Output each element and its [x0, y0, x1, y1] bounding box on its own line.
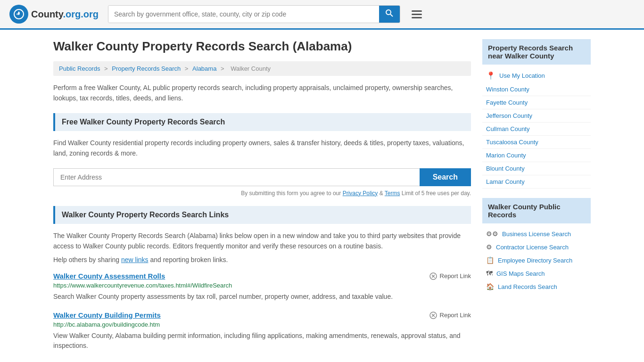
form-note-text: By submitting this form you agree to our — [241, 190, 341, 197]
sidebar-county-cullman[interactable]: Cullman County — [482, 123, 591, 136]
sidebar-land-records-search[interactable]: 🏠 Land Records Search — [482, 280, 591, 293]
sidebar-county-blount[interactable]: Blount County — [482, 162, 591, 175]
breadcrumb-sep-3: > — [221, 65, 226, 72]
sidebar-business-license-search[interactable]: ⚙⚙ Business License Search — [482, 227, 591, 240]
sidebar-contractor-license-search[interactable]: ⚙ Contractor License Search — [482, 240, 591, 254]
breadcrumb-sep-1: > — [104, 65, 109, 72]
page-description: Perform a free Walker County, AL public … — [53, 82, 471, 104]
assessment-rolls-url: https://www.walkercountyrevenue.com/taxe… — [53, 282, 471, 289]
hamburger-menu-button[interactable] — [410, 8, 424, 20]
breadcrumb: Public Records > Property Records Search… — [53, 61, 471, 76]
breadcrumb-walker-county: Walker County — [231, 65, 271, 72]
building-permits-link[interactable]: Walker County Building Permits — [53, 311, 161, 319]
global-search-input[interactable] — [108, 6, 379, 23]
sidebar-county-tuscaloosa[interactable]: Tuscaloosa County — [482, 136, 591, 149]
logo-link[interactable]: County.org.org — [9, 5, 99, 24]
limit-note: Limit of 5 free uses per day. — [402, 190, 471, 197]
report-link-button-1[interactable]: Report Link — [429, 272, 471, 280]
home-icon: 🏠 — [486, 283, 494, 290]
assessment-rolls-link[interactable]: Walker County Assessment Rolls — [53, 272, 165, 280]
global-search-button[interactable] — [379, 6, 400, 23]
breadcrumb-property-records-search[interactable]: Property Records Search — [112, 65, 181, 72]
assessment-rolls-desc: Search Walker County property assessment… — [53, 292, 471, 302]
breadcrumb-alabama[interactable]: Alabama — [192, 65, 216, 72]
link-item-assessment-rolls: Walker County Assessment Rolls Report Li… — [53, 272, 471, 302]
svg-point-1 — [386, 10, 391, 15]
sidebar-county-winston[interactable]: Winston County — [482, 83, 591, 96]
svg-line-2 — [390, 14, 393, 16]
link-item-header: Walker County Assessment Rolls Report Li… — [53, 272, 471, 280]
global-search-bar — [108, 5, 400, 23]
gear-icon-2: ⚙ — [486, 243, 492, 251]
search-links-section: Walker County Property Records Search Li… — [53, 206, 471, 351]
building-permits-url: http://bc.alabama.gov/buildingcode.htm — [53, 321, 471, 328]
search-links-header: Walker County Property Records Search Li… — [53, 206, 471, 224]
address-input[interactable] — [53, 168, 420, 186]
public-records-section-header: Walker County Public Records — [482, 198, 591, 223]
site-header: County.org.org — [0, 0, 644, 30]
location-pin-icon: 📍 — [486, 71, 495, 80]
sidebar-county-marion[interactable]: Marion County — [482, 149, 591, 162]
nearby-section: Property Records Search near Walker Coun… — [482, 39, 591, 189]
address-search-button[interactable]: Search — [420, 168, 471, 186]
terms-link[interactable]: Terms — [385, 190, 400, 197]
sidebar: Property Records Search near Walker Coun… — [482, 39, 591, 360]
building-permits-desc: View Walker County, Alabama building per… — [53, 331, 471, 351]
sidebar-employee-directory-search[interactable]: 📋 Employee Directory Search — [482, 254, 591, 267]
logo-icon — [9, 5, 28, 24]
use-my-location-link[interactable]: 📍 Use My Location — [482, 68, 591, 83]
sidebar-gis-maps-search[interactable]: 🗺 GIS Maps Search — [482, 267, 591, 280]
share-links-text: Help others by sharing new links and rep… — [53, 256, 471, 263]
breadcrumb-sep-2: > — [185, 65, 190, 72]
form-note: By submitting this form you agree to our… — [53, 190, 471, 197]
report-link-icon — [429, 272, 437, 280]
report-link-button-2[interactable]: Report Link — [429, 312, 471, 319]
free-search-description: Find Walker County residential property … — [53, 138, 471, 159]
sidebar-county-lamar[interactable]: Lamar County — [482, 175, 591, 189]
free-search-header: Free Walker County Property Records Sear… — [53, 113, 471, 131]
public-records-section: Walker County Public Records ⚙⚙ Business… — [482, 198, 591, 293]
page-title: Walker County Property Records Search (A… — [53, 39, 471, 54]
search-links-description: The Walker County Property Records Searc… — [53, 230, 471, 252]
gear-icon-1: ⚙⚙ — [486, 230, 498, 238]
sidebar-county-fayette[interactable]: Fayette County — [482, 96, 591, 109]
link-item-building-permits: Walker County Building Permits Report Li… — [53, 311, 471, 351]
main-container: Walker County Property Records Search (A… — [44, 30, 600, 362]
link-item-header-2: Walker County Building Permits Report Li… — [53, 311, 471, 319]
logo-text: County.org.org — [31, 9, 99, 20]
new-links-link[interactable]: new links — [121, 256, 149, 263]
nearby-section-header: Property Records Search near Walker Coun… — [482, 39, 591, 65]
address-search-form: Search — [53, 168, 471, 186]
map-icon: 🗺 — [486, 270, 493, 277]
main-content: Walker County Property Records Search (A… — [53, 39, 471, 360]
privacy-policy-link[interactable]: Privacy Policy — [343, 190, 378, 197]
list-icon: 📋 — [486, 256, 494, 264]
report-link-icon-2 — [429, 312, 437, 319]
breadcrumb-public-records[interactable]: Public Records — [59, 65, 100, 72]
sidebar-county-jefferson[interactable]: Jefferson County — [482, 109, 591, 123]
